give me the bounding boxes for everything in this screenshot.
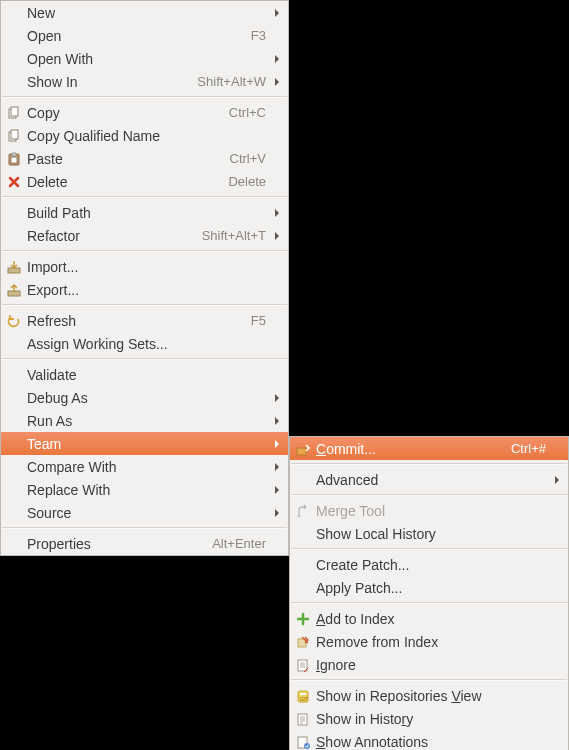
menu-item-label: Create Patch... — [316, 557, 546, 573]
svg-text:GIT: GIT — [300, 696, 308, 702]
paste-icon — [5, 151, 23, 167]
context-menu-main[interactable]: NewOpenF3Open WithShow InShift+Alt+WCopy… — [0, 0, 289, 556]
menu-item-show-annotations[interactable]: Show Annotations — [290, 730, 568, 750]
menu-item-debug-as[interactable]: Debug As — [1, 386, 288, 409]
menu-item-shortcut: F5 — [251, 313, 266, 328]
menu-item-show-local-history[interactable]: Show Local History — [290, 522, 568, 545]
menu-item-ignore[interactable]: Ignore — [290, 653, 568, 676]
menu-item-label: Show Local History — [316, 526, 546, 542]
menu-item-remove-from-index[interactable]: Remove from Index — [290, 630, 568, 653]
submenu-arrow-icon — [272, 462, 282, 472]
menu-item-label: Copy Qualified Name — [27, 128, 266, 144]
menu-item-shortcut: Ctrl+C — [229, 105, 266, 120]
menu-item-label: Show Annotations — [316, 734, 546, 750]
submenu-arrow-icon — [552, 475, 562, 485]
export-icon — [5, 282, 23, 298]
history-icon — [294, 711, 312, 727]
menu-item-label: Ignore — [316, 657, 546, 673]
menu-item-shortcut: Ctrl+V — [230, 151, 266, 166]
menu-item-label: Compare With — [27, 459, 266, 475]
menu-item-open[interactable]: OpenF3 — [1, 24, 288, 47]
menu-item-label: Run As — [27, 413, 266, 429]
menu-item-build-path[interactable]: Build Path — [1, 201, 288, 224]
repo-icon: GIT — [294, 688, 312, 704]
menu-item-merge-tool: Merge Tool — [290, 499, 568, 522]
menu-item-source[interactable]: Source — [1, 501, 288, 524]
menu-item-validate[interactable]: Validate — [1, 363, 288, 386]
submenu-arrow-icon — [272, 208, 282, 218]
menu-item-show-in-history[interactable]: Show in History — [290, 707, 568, 730]
copy-icon — [5, 128, 23, 144]
menu-item-label: Add to Index — [316, 611, 546, 627]
menu-item-import[interactable]: Import... — [1, 255, 288, 278]
menu-item-label: Delete — [27, 174, 220, 190]
menu-item-refresh[interactable]: RefreshF5 — [1, 309, 288, 332]
menu-item-label: Assign Working Sets... — [27, 336, 266, 352]
submenu-arrow-icon — [272, 485, 282, 495]
menu-item-label: Remove from Index — [316, 634, 546, 650]
menu-item-shortcut: Shift+Alt+T — [202, 228, 266, 243]
menu-item-apply-patch[interactable]: Apply Patch... — [290, 576, 568, 599]
menu-item-assign-working-sets[interactable]: Assign Working Sets... — [1, 332, 288, 355]
refresh-icon — [5, 313, 23, 329]
menu-separator — [2, 96, 287, 98]
menu-item-label: Build Path — [27, 205, 266, 221]
menu-item-properties[interactable]: PropertiesAlt+Enter — [1, 532, 288, 555]
menu-item-label: Paste — [27, 151, 222, 167]
context-menu-team[interactable]: Commit...Ctrl+#AdvancedMerge ToolShow Lo… — [289, 436, 569, 750]
svg-point-10 — [298, 514, 301, 517]
menu-item-label: Commit... — [316, 441, 503, 457]
menu-item-label: Debug As — [27, 390, 266, 406]
menu-item-run-as[interactable]: Run As — [1, 409, 288, 432]
submenu-arrow-icon — [272, 508, 282, 518]
menu-item-shortcut: F3 — [251, 28, 266, 43]
add-icon — [294, 611, 312, 627]
svg-rect-14 — [300, 693, 306, 695]
menu-item-show-in-repositories-view[interactable]: GITShow in Repositories View — [290, 684, 568, 707]
menu-item-label: Properties — [27, 536, 204, 552]
svg-rect-6 — [11, 157, 17, 163]
menu-item-label: Team — [27, 436, 266, 452]
menu-item-label: Replace With — [27, 482, 266, 498]
menu-item-advanced[interactable]: Advanced — [290, 468, 568, 491]
menu-item-add-to-index[interactable]: Add to Index — [290, 607, 568, 630]
menu-item-label: Apply Patch... — [316, 580, 546, 596]
menu-item-label: Export... — [27, 282, 266, 298]
svg-rect-3 — [11, 130, 18, 139]
svg-rect-9 — [297, 448, 306, 455]
menu-item-export[interactable]: Export... — [1, 278, 288, 301]
menu-separator — [291, 494, 567, 496]
import-icon — [5, 259, 23, 275]
menu-item-team[interactable]: Team — [1, 432, 288, 455]
menu-item-label: Show in Repositories View — [316, 688, 546, 704]
menu-item-commit[interactable]: Commit...Ctrl+# — [290, 437, 568, 460]
menu-separator — [291, 679, 567, 681]
menu-item-label: Refactor — [27, 228, 194, 244]
menu-separator — [2, 196, 287, 198]
menu-item-new[interactable]: New — [1, 1, 288, 24]
merge-icon — [294, 503, 312, 519]
submenu-arrow-icon — [272, 393, 282, 403]
menu-item-label: Merge Tool — [316, 503, 546, 519]
menu-separator — [291, 463, 567, 465]
ignore-icon — [294, 657, 312, 673]
menu-item-label: Source — [27, 505, 266, 521]
menu-item-open-with[interactable]: Open With — [1, 47, 288, 70]
menu-separator — [2, 527, 287, 529]
menu-item-create-patch[interactable]: Create Patch... — [290, 553, 568, 576]
svg-rect-5 — [12, 153, 16, 156]
menu-item-compare-with[interactable]: Compare With — [1, 455, 288, 478]
menu-item-label: Show in History — [316, 711, 546, 727]
menu-item-delete[interactable]: DeleteDelete — [1, 170, 288, 193]
menu-item-paste[interactable]: PasteCtrl+V — [1, 147, 288, 170]
menu-item-show-in[interactable]: Show InShift+Alt+W — [1, 70, 288, 93]
menu-item-copy-qualified-name[interactable]: Copy Qualified Name — [1, 124, 288, 147]
menu-item-shortcut: Ctrl+# — [511, 441, 546, 456]
menu-item-replace-with[interactable]: Replace With — [1, 478, 288, 501]
menu-item-label: Import... — [27, 259, 266, 275]
menu-item-copy[interactable]: CopyCtrl+C — [1, 101, 288, 124]
submenu-arrow-icon — [272, 54, 282, 64]
menu-item-refactor[interactable]: RefactorShift+Alt+T — [1, 224, 288, 247]
menu-item-label: New — [27, 5, 266, 21]
svg-point-18 — [304, 743, 310, 749]
